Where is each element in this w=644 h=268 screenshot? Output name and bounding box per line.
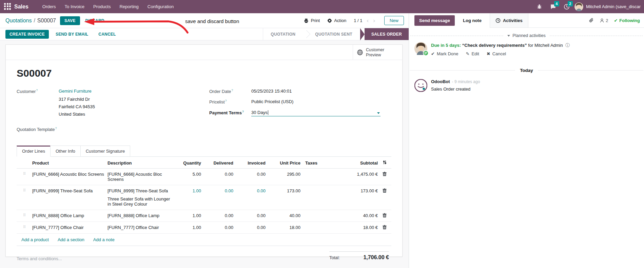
- activities-tab[interactable]: Activities: [490, 13, 528, 28]
- pager-prev-icon[interactable]: ‹: [367, 18, 369, 24]
- customer-name-link[interactable]: Gemini Furniture: [59, 89, 95, 94]
- cell-quantity[interactable]: 1.00: [174, 213, 201, 218]
- activities-clock-icon[interactable]: 2: [561, 0, 572, 13]
- discard-button[interactable]: DISCARD: [85, 18, 104, 23]
- cell-product[interactable]: [FURN_7777] Office Chair: [32, 225, 108, 230]
- cell-description[interactable]: [FURN_6666] Acoustic Bloc Screens: [108, 172, 174, 182]
- payment-terms-input[interactable]: 30 Days: [251, 110, 380, 116]
- user-avatar: [574, 2, 583, 11]
- save-button[interactable]: SAVE: [60, 16, 80, 25]
- cell-product[interactable]: [FURN_8888] Office Lamp: [32, 213, 108, 218]
- action-button[interactable]: Action: [327, 18, 346, 23]
- delete-row-icon[interactable]: [378, 225, 391, 230]
- drag-handle-icon[interactable]: ⠿: [17, 172, 32, 176]
- cell-invoiced[interactable]: 0.00: [233, 172, 266, 177]
- cell-product[interactable]: [FURN_6666] Acoustic Bloc Screens: [32, 172, 108, 177]
- breadcrumb-quotations-link[interactable]: Quotations: [5, 18, 32, 24]
- cell-description[interactable]: [FURN_8999] Three-Seat Sofa Three Seater…: [108, 188, 174, 207]
- edit-activity-button[interactable]: ✎Edit: [466, 51, 479, 56]
- delete-row-icon[interactable]: [378, 188, 391, 194]
- cell-unit-price[interactable]: 173.00: [266, 188, 300, 193]
- cancel-activity-button[interactable]: ✖Cancel: [487, 51, 506, 56]
- apps-menu-icon[interactable]: [4, 3, 12, 11]
- cell-description[interactable]: [FURN_8888] Office Lamp: [108, 213, 174, 218]
- help-icon: ?: [242, 110, 244, 113]
- tab-other-info[interactable]: Other Info: [50, 146, 81, 156]
- mark-done-button[interactable]: ✔Mark Done: [431, 51, 458, 56]
- attachments-button[interactable]: [589, 18, 594, 23]
- drag-handle-icon[interactable]: ⠿: [17, 188, 32, 193]
- pager-count: 1 / 1: [354, 18, 362, 23]
- breadcrumb: Quotations / S00007: [5, 18, 56, 24]
- cancel-button[interactable]: CANCEL: [95, 30, 119, 39]
- pricelist-field[interactable]: Public Pricelist (USD): [251, 99, 293, 104]
- messages-icon[interactable]: 4: [547, 0, 559, 13]
- order-date-field[interactable]: 05/25/2023 15:40:01: [251, 89, 292, 94]
- add-a-section-link[interactable]: Add a section: [58, 237, 84, 242]
- app-name-sales[interactable]: Sales: [14, 4, 28, 10]
- followers-button[interactable]: 2: [600, 18, 608, 23]
- nav-item-reporting[interactable]: Reporting: [115, 0, 143, 13]
- user-menu[interactable]: Mitchell Admin (save_discar: [574, 2, 641, 11]
- stage-quotation-sent[interactable]: QUOTATION SENT: [308, 28, 360, 40]
- message-timestamp: - 9 minutes ago: [452, 79, 480, 84]
- cell-invoiced[interactable]: 0.00: [233, 188, 266, 193]
- send-message-button[interactable]: Send message: [414, 15, 455, 26]
- debug-bug-icon[interactable]: [534, 0, 545, 13]
- nav-item-orders[interactable]: Orders: [38, 0, 60, 13]
- cell-quantity[interactable]: 1.00: [174, 225, 201, 230]
- print-button[interactable]: Print: [304, 18, 320, 23]
- nav-item-configuration[interactable]: Configuration: [143, 0, 178, 13]
- today-divider: Today: [409, 68, 644, 73]
- tab-customer-signature[interactable]: Customer Signature: [80, 146, 131, 156]
- optional-columns-icon[interactable]: [378, 160, 391, 166]
- message-author[interactable]: OdooBot: [431, 79, 450, 84]
- cell-invoiced[interactable]: 0.00: [233, 225, 266, 230]
- cell-description[interactable]: [FURN_7777] Office Chair: [108, 225, 174, 230]
- cell-unit-price[interactable]: 40.00: [266, 213, 300, 218]
- terms-and-conditions-input[interactable]: Terms and conditions...: [17, 251, 329, 261]
- stage-sales-order[interactable]: SALES ORDER: [365, 28, 409, 40]
- nav-item-products[interactable]: Products: [89, 0, 115, 13]
- cell-quantity[interactable]: 5.00: [174, 172, 201, 177]
- planned-activities-toggle[interactable]: Planned activities: [409, 33, 644, 38]
- cell-unit-price[interactable]: 295.00: [266, 172, 300, 177]
- customer-preview-button[interactable]: Customer Preview: [353, 45, 402, 60]
- text-cursor: [268, 110, 268, 115]
- gear-icon: [327, 18, 332, 23]
- following-button[interactable]: ✔ Following: [614, 18, 640, 23]
- table-footer-links: Add a product Add a section Add a note: [17, 234, 391, 246]
- cell-invoiced[interactable]: 0.00: [233, 213, 266, 218]
- delete-row-icon[interactable]: [378, 172, 391, 177]
- drag-handle-icon[interactable]: ⠿: [17, 225, 32, 229]
- add-a-note-link[interactable]: Add a note: [93, 237, 115, 242]
- delete-row-icon[interactable]: [378, 213, 391, 218]
- cell-delivered[interactable]: 0.00: [201, 172, 233, 177]
- info-icon[interactable]: ⓘ: [565, 43, 570, 48]
- create-invoice-button[interactable]: CREATE INVOICE: [5, 30, 49, 39]
- cell-product[interactable]: [FURN_8999] Three-Seat Sofa: [32, 188, 108, 193]
- send-by-email-button[interactable]: SEND BY EMAIL: [52, 30, 92, 39]
- add-a-product-link[interactable]: Add a product: [21, 237, 49, 242]
- cell-delivered[interactable]: 0.00: [201, 225, 233, 230]
- stage-quotation[interactable]: QUOTATION: [263, 28, 303, 40]
- cell-delivered[interactable]: 0.00: [201, 188, 233, 193]
- total-value: 1,706.00 €: [363, 254, 389, 261]
- payment-terms-label: Payment Terms?: [209, 110, 251, 116]
- header-quantity: Quantity: [174, 160, 201, 166]
- dropdown-caret-icon[interactable]: [377, 112, 380, 114]
- log-note-button[interactable]: Log note: [458, 15, 486, 26]
- cell-delivered[interactable]: 0.00: [201, 213, 233, 218]
- followers-person-icon: [600, 18, 604, 23]
- pager-next-icon[interactable]: ›: [373, 18, 375, 24]
- header-delivered: Delivered: [201, 160, 233, 166]
- nav-item-to-invoice[interactable]: To Invoice: [60, 0, 89, 13]
- messages-count-badge: 4: [554, 1, 559, 6]
- new-button[interactable]: New: [384, 16, 404, 25]
- cell-quantity[interactable]: 1.00: [174, 188, 201, 193]
- tab-order-lines[interactable]: Order Lines: [17, 146, 51, 157]
- drag-handle-icon[interactable]: ⠿: [17, 213, 32, 217]
- form-view: Customer Preview S00007 Customer? Gemini…: [0, 40, 409, 268]
- cell-unit-price[interactable]: 18.00: [266, 225, 300, 230]
- check-icon: ✔: [431, 51, 435, 56]
